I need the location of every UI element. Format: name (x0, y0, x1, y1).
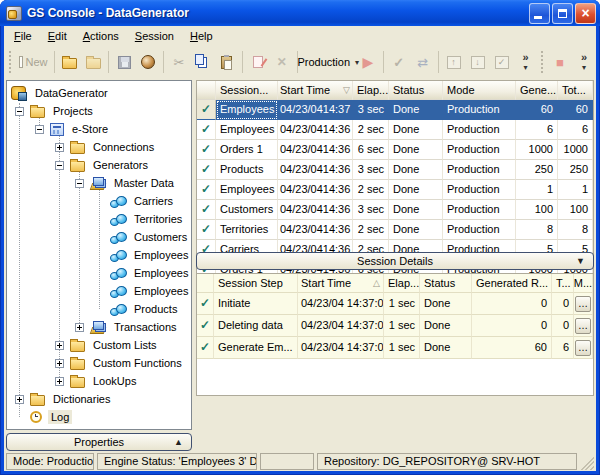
tree-item-dictionaries[interactable]: Dictionaries (7, 390, 191, 408)
session-row[interactable]: ✓Territories04/23/0414:362 secDoneProduc… (197, 220, 593, 240)
tree-item-carriers[interactable]: Carriers (7, 192, 191, 210)
session-step-row[interactable]: ✓Deleting data04/23/04 14:37:041 secDone… (197, 315, 593, 337)
collapse-icon[interactable] (35, 125, 44, 134)
session-row[interactable]: ✓Orders 104/23/0414:366 secDoneProductio… (197, 140, 593, 160)
delete-button[interactable]: ✕ (270, 50, 294, 74)
cut-button[interactable]: ✂ (167, 50, 191, 74)
expand-icon[interactable] (55, 377, 64, 386)
deploy-button[interactable] (136, 50, 160, 74)
toolbar-overflow-button[interactable]: »▾ (572, 50, 596, 74)
menu-session[interactable]: Session (127, 27, 182, 45)
column-header-status[interactable]: Status (420, 274, 472, 293)
column-header-mode[interactable]: Mode (443, 81, 516, 100)
tree-item-transactions[interactable]: Transactions (7, 318, 191, 336)
column-header-status[interactable]: Status (389, 81, 443, 100)
column-header-generated[interactable]: Gene... (516, 81, 558, 100)
cell-session: Products (216, 160, 278, 180)
tree-item-custom-lists[interactable]: Custom Lists (7, 336, 191, 354)
menu-actions[interactable]: Actions (75, 27, 127, 45)
toolbar-grip[interactable] (9, 51, 13, 73)
export-up-button[interactable]: ↑ (442, 50, 466, 74)
session-details-panel-button[interactable]: Session Details ▼ (196, 252, 594, 270)
column-header-total[interactable]: Tot... (558, 81, 593, 100)
expand-icon[interactable] (15, 395, 24, 404)
tree-item-employees-1[interactable]: Employees 1 (7, 246, 191, 264)
cell-t: 6 (552, 337, 574, 359)
session-row[interactable]: ✓Employees04/23/0414:373 secDoneProducti… (197, 100, 593, 120)
column-header-start-time[interactable]: Start Time▽ (278, 81, 353, 100)
tree-item-lookups[interactable]: LookUps (7, 372, 191, 390)
menu-help[interactable]: Help (182, 27, 221, 45)
tree-item-e-store[interactable]: e-Store (7, 120, 191, 138)
menu-file[interactable]: File (6, 27, 40, 45)
toolbar-separator (108, 51, 109, 73)
menu-edit[interactable]: Edit (40, 27, 75, 45)
session-row[interactable]: ✓Employees04/23/0414:362 secDoneProducti… (197, 120, 593, 140)
cell-check: ✓ (197, 293, 214, 315)
checkbox-button[interactable]: ✓ (490, 50, 514, 74)
swap-button[interactable]: ⇄ (411, 50, 435, 74)
import-down-button[interactable]: ↓ (466, 50, 490, 74)
checkbox-icon: ✓ (495, 56, 509, 69)
close-button[interactable]: × (575, 3, 596, 24)
cell-status: Done (389, 200, 443, 220)
maximize-button[interactable] (552, 3, 573, 24)
collapse-icon[interactable] (75, 179, 84, 188)
column-header-start-time[interactable]: Start Time△ (298, 274, 384, 293)
column-header-session[interactable]: Session... (216, 81, 278, 100)
collapse-icon[interactable] (15, 107, 24, 116)
column-header-m[interactable]: M... (574, 274, 593, 293)
tree-item-products[interactable]: Products (7, 300, 191, 318)
collapse-icon[interactable] (55, 161, 64, 170)
tree-item-territories[interactable]: Territories (7, 210, 191, 228)
session-step-row[interactable]: ✓Initiate04/23/04 14:37:031 secDone00… (197, 293, 593, 315)
session-step-row[interactable]: ✓Generate Em...04/23/04 14:37:051 secDon… (197, 337, 593, 359)
tree-item-generators[interactable]: Generators (7, 156, 191, 174)
tree-item-employees-3[interactable]: Employees 3 (7, 282, 191, 300)
copy-button[interactable] (191, 50, 215, 74)
column-header-generated-rows[interactable]: Generated R... (472, 274, 552, 293)
check-column-header[interactable] (197, 81, 216, 100)
session-row[interactable]: ✓Employees04/23/0414:362 secDoneProducti… (197, 180, 593, 200)
column-header-t[interactable]: T... (552, 274, 574, 293)
run-button[interactable]: ▶ (356, 50, 380, 74)
save-button[interactable] (112, 50, 136, 74)
expand-icon[interactable] (75, 323, 84, 332)
column-header-elapsed[interactable]: Elap... (353, 81, 389, 100)
expand-icon[interactable] (55, 341, 64, 350)
cell-generated: 1 (516, 180, 558, 200)
title-bar[interactable]: GS Console - DataGenerator × (0, 0, 600, 26)
tree-item-log[interactable]: Log (7, 408, 191, 426)
minimize-button[interactable] (529, 3, 550, 24)
session-row[interactable]: ✓Customers04/23/0414:363 secDoneProducti… (197, 200, 593, 220)
production-dropdown[interactable]: Production▾ (301, 50, 356, 74)
session-row[interactable]: ✓Products04/23/0414:363 secDoneProductio… (197, 160, 593, 180)
ellipsis-button[interactable]: … (575, 340, 591, 356)
toolbar-grip[interactable] (541, 51, 545, 73)
tree-item-connections[interactable]: Connections (7, 138, 191, 156)
resize-grip[interactable] (580, 453, 594, 470)
tree-item-customers[interactable]: Customers (7, 228, 191, 246)
tree-item-projects[interactable]: Projects (7, 102, 191, 120)
properties-panel-button[interactable]: Properties ▲ (6, 433, 192, 451)
apply-button[interactable]: ✓ (387, 50, 411, 74)
cell-step: Initiate (214, 293, 298, 315)
expand-icon[interactable] (55, 143, 64, 152)
column-header-session-step[interactable]: Session Step (214, 274, 298, 293)
edit-button[interactable] (246, 50, 270, 74)
tree-item-datagenerator[interactable]: DataGenerator (7, 84, 191, 102)
expand-icon[interactable] (55, 359, 64, 368)
column-header-elapsed[interactable]: Elap... (384, 274, 420, 293)
ellipsis-button[interactable]: … (575, 296, 591, 312)
ellipsis-button[interactable]: … (575, 318, 591, 334)
toolbar-overflow-button[interactable]: »▾ (514, 50, 538, 74)
tree-item-master-data[interactable]: Master Data (7, 174, 191, 192)
open-button[interactable] (57, 50, 81, 74)
tree-item-custom-functions[interactable]: Custom Functions (7, 354, 191, 372)
tree-item-employees-2[interactable]: Employees 2 (7, 264, 191, 282)
check-column-header[interactable] (197, 274, 214, 293)
paste-button[interactable] (215, 50, 239, 74)
folder-up-button[interactable] (81, 50, 105, 74)
stop-button[interactable]: ■ (548, 50, 572, 74)
new-button[interactable]: New (16, 50, 50, 74)
